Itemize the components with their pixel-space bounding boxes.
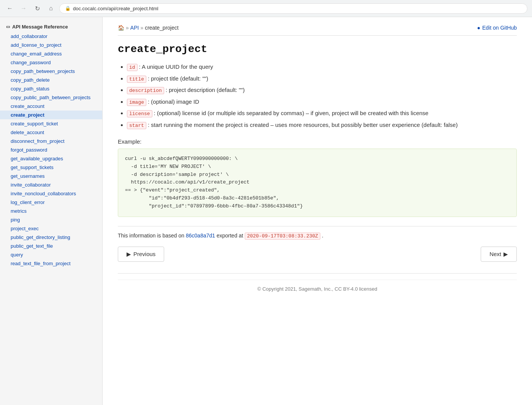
- param-text: : (optional) license id (or multiple ids…: [154, 110, 429, 116]
- param-item: id: A unique UUID for the query: [127, 63, 517, 71]
- next-icon: ▶: [504, 251, 508, 258]
- sidebar-item-log_client_error[interactable]: log_client_error: [0, 198, 102, 207]
- info-prefix: This information is based on: [118, 233, 186, 239]
- url-text: doc.cocalc.com/api/create_project.html: [73, 6, 158, 11]
- sidebar-item-copy_path_delete[interactable]: copy_path_delete: [0, 76, 102, 84]
- info-suffix: .: [322, 233, 323, 239]
- sidebar-item-change_email_address[interactable]: change_email_address: [0, 49, 102, 58]
- param-text: : A unique UUID for the query: [139, 63, 213, 70]
- param-badge-id: id: [127, 64, 138, 71]
- sidebar-item-create_support_ticket[interactable]: create_support_ticket: [0, 119, 102, 128]
- sidebar-item-read_text_file_from_project[interactable]: read_text_file_from_project: [0, 259, 102, 268]
- github-icon: ●: [477, 25, 480, 31]
- info-divider: [118, 226, 517, 226]
- previous-label: Previous: [133, 251, 155, 257]
- info-mid: exported at: [217, 233, 245, 239]
- sidebar-item-get_support_tickets[interactable]: get_support_tickets: [0, 163, 102, 172]
- nav-buttons: ▶ Previous Next ▶: [118, 247, 517, 262]
- page-title: create_project: [118, 43, 517, 55]
- param-item: license: (optional) license id (or multi…: [127, 109, 517, 118]
- sidebar-item-public_get_directory_listing[interactable]: public_get_directory_listing: [0, 233, 102, 242]
- footer-text: © Copyright 2021, Sagemath, Inc., CC BY-…: [257, 286, 377, 292]
- sidebar-section-title[interactable]: ▭ API Message Reference: [0, 22, 102, 32]
- breadcrumb-sep-1: »: [126, 25, 129, 31]
- lock-icon: 🔒: [65, 6, 71, 11]
- sidebar-item-create_account[interactable]: create_account: [0, 102, 102, 111]
- breadcrumb-api-link[interactable]: API: [130, 25, 139, 31]
- param-badge-description: description: [127, 87, 164, 94]
- sidebar-item-delete_account[interactable]: delete_account: [0, 128, 102, 137]
- forward-button[interactable]: →: [18, 3, 29, 14]
- sidebar-item-disconnect_from_project[interactable]: disconnect_from_project: [0, 137, 102, 146]
- page-layout: ▭ API Message Reference add_collaborator…: [0, 17, 532, 405]
- code-block: curl -u sk_abcdefQWERTY090900000000: \ -…: [118, 149, 517, 217]
- param-list: id: A unique UUID for the querytitle: pr…: [118, 63, 517, 129]
- info-timestamp: 2020-09-17T03:08:33.230Z: [245, 233, 320, 240]
- sidebar-item-copy_path_status[interactable]: copy_path_status: [0, 84, 102, 93]
- breadcrumb-current: create_project: [145, 25, 179, 31]
- param-text: : project description (default: ""): [166, 87, 245, 93]
- previous-icon: ▶: [127, 251, 131, 258]
- breadcrumb: 🏠 » API » create_project ● Edit on GitHu…: [118, 25, 517, 31]
- param-badge-title: title: [127, 76, 146, 83]
- info-link[interactable]: 86c0a8a7d1: [186, 233, 215, 239]
- sidebar-item-copy_public_path_between_projects[interactable]: copy_public_path_between_projects: [0, 93, 102, 102]
- sidebar-toggle-icon: ▭: [6, 24, 10, 29]
- sidebar-item-ping[interactable]: ping: [0, 215, 102, 224]
- sidebar-item-get_available_upgrades[interactable]: get_available_upgrades: [0, 154, 102, 163]
- param-item: start: start running the moment the proj…: [127, 121, 517, 130]
- back-button[interactable]: ←: [5, 3, 15, 14]
- sidebar-items-container: add_collaboratoradd_license_to_projectch…: [0, 32, 102, 268]
- param-badge-start: start: [127, 122, 146, 129]
- main-content: 🏠 » API » create_project ● Edit on GitHu…: [103, 17, 532, 405]
- param-text: : (optional) image ID: [148, 98, 199, 105]
- sidebar-item-metrics[interactable]: metrics: [0, 207, 102, 215]
- header-divider: [118, 35, 517, 36]
- browser-chrome: ← → ↻ ⌂ 🔒 doc.cocalc.com/api/create_proj…: [0, 0, 532, 17]
- param-badge-image: image: [127, 99, 146, 106]
- info-text: This information is based on 86c0a8a7d1 …: [118, 233, 517, 239]
- sidebar-item-create_project[interactable]: create_project: [0, 111, 102, 119]
- example-label: Example:: [118, 138, 517, 145]
- reload-button[interactable]: ↻: [32, 3, 43, 14]
- sidebar-item-add_license_to_project[interactable]: add_license_to_project: [0, 41, 102, 49]
- edit-on-github-link[interactable]: ● Edit on GitHub: [477, 25, 517, 31]
- sidebar-item-add_collaborator[interactable]: add_collaborator: [0, 32, 102, 41]
- sidebar-item-query[interactable]: query: [0, 250, 102, 259]
- sidebar-item-change_password[interactable]: change_password: [0, 58, 102, 67]
- param-badge-license: license: [127, 110, 152, 117]
- param-text: : start running the moment the project i…: [148, 122, 458, 128]
- sidebar-section-label: API Message Reference: [12, 24, 68, 30]
- breadcrumb-home[interactable]: 🏠: [118, 25, 124, 31]
- home-button[interactable]: ⌂: [46, 3, 56, 14]
- previous-button[interactable]: ▶ Previous: [118, 247, 164, 262]
- breadcrumb-sep-2: »: [140, 25, 143, 31]
- footer: © Copyright 2021, Sagemath, Inc., CC BY-…: [118, 280, 517, 292]
- next-label: Next: [489, 251, 501, 257]
- sidebar-item-project_exec[interactable]: project_exec: [0, 224, 102, 233]
- param-item: image: (optional) image ID: [127, 98, 517, 106]
- sidebar-item-copy_path_between_projects[interactable]: copy_path_between_projects: [0, 67, 102, 76]
- address-bar[interactable]: 🔒 doc.cocalc.com/api/create_project.html: [59, 3, 527, 14]
- param-item: title: project title (default: ""): [127, 74, 517, 83]
- sidebar-item-invite_noncloud_collaborators[interactable]: invite_noncloud_collaborators: [0, 189, 102, 198]
- param-text: : project title (default: ""): [148, 75, 208, 82]
- sidebar-item-public_get_text_file[interactable]: public_get_text_file: [0, 242, 102, 250]
- next-button[interactable]: Next ▶: [481, 247, 517, 262]
- sidebar-item-get_usernames[interactable]: get_usernames: [0, 172, 102, 180]
- sidebar: ▭ API Message Reference add_collaborator…: [0, 17, 103, 405]
- param-item: description: project description (defaul…: [127, 86, 517, 95]
- sidebar-item-invite_collaborator[interactable]: invite_collaborator: [0, 180, 102, 189]
- sidebar-item-forgot_password[interactable]: forgot_password: [0, 146, 102, 154]
- footer-divider: [118, 273, 517, 274]
- edit-on-github-label: Edit on GitHub: [482, 25, 517, 31]
